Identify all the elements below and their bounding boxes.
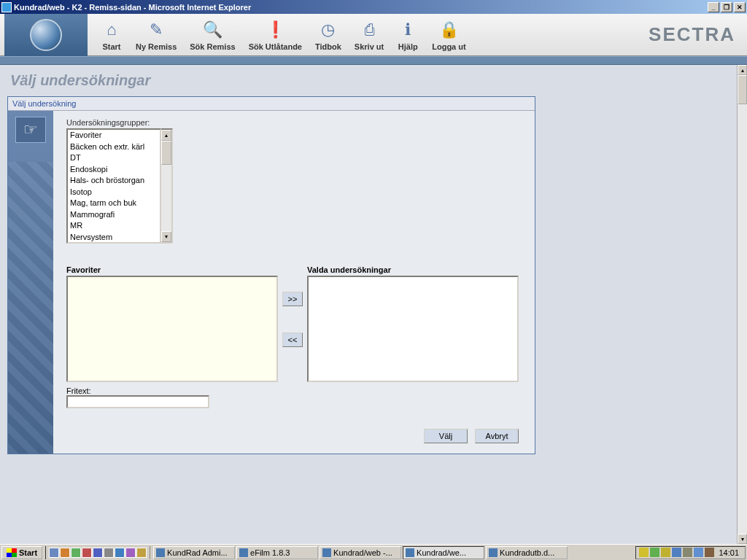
start-button[interactable]: Start	[1, 546, 42, 559]
windows-flag-icon	[7, 548, 17, 557]
selected-label: Valda undersökningar	[307, 265, 519, 274]
page-scrollbar[interactable]: ▴ ▾	[737, 65, 747, 544]
nav-icon: ⌂	[101, 19, 123, 41]
taskbar-task[interactable]: Kundrad/web -...	[320, 546, 401, 559]
tray-icon[interactable]	[694, 548, 703, 557]
cancel-button[interactable]: Avbryt	[475, 429, 519, 443]
close-button[interactable]: ✕	[734, 2, 746, 12]
app-logo	[4, 14, 88, 56]
nav-item-start[interactable]: ⌂Start	[95, 18, 128, 52]
listbox-scrollbar[interactable]: ▴ ▾	[161, 128, 173, 244]
task-label: Kundrad/web -...	[333, 548, 392, 557]
group-option[interactable]: Endoskopi	[68, 164, 160, 176]
scroll-down-button[interactable]: ▾	[738, 534, 747, 544]
task-icon	[322, 548, 331, 557]
nav-icon: ◷	[317, 19, 339, 41]
start-label: Start	[19, 548, 37, 557]
tray-icon[interactable]	[672, 548, 681, 557]
taskbar-clock: 14:01	[716, 548, 742, 557]
app-toolbar: ⌂Start✎Ny Remiss🔍Sök Remiss❗Sök Utlåtand…	[0, 14, 747, 56]
selected-listbox[interactable]	[307, 276, 519, 382]
taskbar-task[interactable]: eFilm 1.8.3	[236, 546, 318, 559]
restore-button[interactable]: ❐	[721, 2, 732, 12]
nav-item-logga-ut[interactable]: 🔒Logga ut	[426, 18, 471, 52]
task-label: Kundradutb.d...	[500, 548, 554, 557]
nav-item-tidbok[interactable]: ◷Tidbok	[309, 18, 347, 52]
task-label: Kundrad/we...	[417, 548, 466, 557]
group-option[interactable]: DT	[68, 152, 160, 164]
nav-item-s-k-remiss[interactable]: 🔍Sök Remiss	[184, 18, 241, 52]
nav-icon: ✎	[145, 19, 167, 41]
list-scroll-down[interactable]: ▾	[161, 231, 171, 242]
system-tray: 14:01	[635, 546, 746, 559]
quick-launch-icon[interactable]	[136, 548, 147, 558]
group-option[interactable]: MR	[68, 220, 160, 232]
quick-launch-icon[interactable]	[82, 548, 92, 558]
page-title: Välj undersökningar	[0, 65, 737, 93]
nav-label: Tidbok	[315, 42, 341, 51]
quick-launch-icon[interactable]	[93, 548, 103, 558]
tray-icon[interactable]	[650, 548, 659, 557]
task-label: eFilm 1.8.3	[250, 548, 290, 557]
nav-label: Start	[102, 42, 120, 51]
panel-sidebar: ☞	[8, 111, 53, 454]
list-scroll-up[interactable]: ▴	[161, 130, 171, 141]
nav-label: Logga ut	[432, 42, 465, 51]
group-option[interactable]: Mammografi	[68, 209, 160, 221]
taskbar-task[interactable]: KundRad Admi...	[153, 546, 235, 559]
add-button[interactable]: >>	[282, 292, 303, 306]
tray-icon[interactable]	[661, 548, 670, 557]
groups-label: Undersökningsgrupper:	[66, 118, 522, 127]
nav-item-hj-lp[interactable]: ℹHjälp	[391, 18, 425, 52]
nav-item-skriv-ut[interactable]: ⎙Skriv ut	[349, 18, 390, 52]
scroll-up-button[interactable]: ▴	[738, 65, 747, 75]
tray-icon[interactable]	[639, 548, 649, 557]
quick-launch-icon[interactable]	[60, 548, 70, 558]
pointer-hand-icon: ☞	[15, 117, 46, 143]
scroll-thumb[interactable]	[738, 75, 747, 104]
list-scroll-thumb[interactable]	[161, 141, 171, 165]
separator-bar	[0, 56, 747, 65]
freetext-label: Fritext:	[66, 386, 278, 395]
nav-label: Sök Remiss	[190, 42, 235, 51]
taskbar-task[interactable]: Kundradutb.d...	[486, 546, 568, 559]
quick-launch-icon[interactable]	[125, 548, 136, 558]
nav-item-ny-remiss[interactable]: ✎Ny Remiss	[130, 18, 182, 52]
group-option[interactable]: Mag, tarm och buk	[68, 198, 160, 209]
task-icon	[406, 548, 414, 557]
nav-label: Hjälp	[398, 42, 418, 51]
task-icon	[239, 548, 248, 557]
nav-icon: ⎙	[358, 19, 380, 41]
quick-launch-icon[interactable]	[115, 548, 125, 558]
group-option[interactable]: Hals- och bröstorgan	[68, 175, 160, 187]
tray-icon[interactable]	[705, 548, 714, 557]
brand-label: SECTRA	[649, 23, 743, 46]
ie-icon	[1, 2, 12, 12]
favorites-label: Favoriter	[66, 265, 278, 274]
group-option[interactable]: Favoriter	[68, 130, 160, 141]
remove-button[interactable]: <<	[282, 332, 303, 347]
group-option[interactable]: Nervsystem	[68, 232, 160, 244]
ok-button[interactable]: Välj	[424, 429, 468, 443]
freetext-input[interactable]	[66, 395, 209, 408]
tray-icon[interactable]	[683, 548, 692, 557]
quick-launch-icon[interactable]	[49, 548, 59, 558]
groups-listbox[interactable]: FavoriterBäcken och extr. kärlDTEndoskop…	[66, 128, 161, 244]
group-option[interactable]: Bäcken och extr. kärl	[68, 141, 160, 153]
window-titlebar: Kundrad/web - K2 - Remiss-sidan - Micros…	[0, 0, 747, 14]
windows-taskbar: Start KundRad Admi...eFilm 1.8.3Kundrad/…	[0, 544, 747, 560]
quick-launch-icon[interactable]	[71, 548, 81, 558]
panel-title: Välj undersökning	[8, 97, 535, 111]
quick-launch-icon[interactable]	[104, 548, 114, 558]
nav-label: Ny Remiss	[136, 42, 177, 51]
taskbar-task[interactable]: Kundrad/we...	[403, 546, 484, 559]
group-option[interactable]: Isotop	[68, 187, 160, 198]
quick-launch	[45, 546, 150, 559]
nav-item-s-k-utl-tande[interactable]: ❗Sök Utlåtande	[243, 18, 308, 52]
task-label: KundRad Admi...	[167, 548, 228, 557]
nav-icon: 🔒	[438, 19, 460, 41]
favorites-listbox[interactable]	[66, 276, 278, 382]
minimize-button[interactable]: _	[708, 2, 719, 12]
main-panel: Välj undersökning ☞ Undersökningsgrupper…	[7, 96, 535, 454]
task-icon	[156, 548, 165, 557]
